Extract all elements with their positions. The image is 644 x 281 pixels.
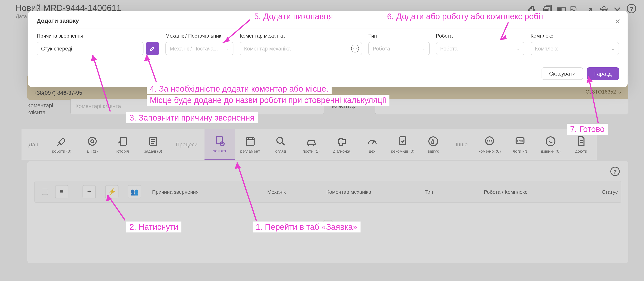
gauge-icon <box>366 135 378 147</box>
add-request-modal: Додати заявку ✕ Причина звернення Стук с… <box>28 11 628 87</box>
col-status: Статус <box>571 189 618 195</box>
svg-point-1 <box>91 140 94 143</box>
checklist-icon <box>147 135 159 147</box>
assign-button[interactable]: 👥 <box>128 185 141 198</box>
table-help-icon[interactable]: ? <box>610 167 620 176</box>
emoji-picker-button[interactable]: ⋯ <box>351 45 359 53</box>
chevron-down-icon: ⌄ <box>516 46 520 51</box>
col-reason: Причина звернення <box>152 189 264 195</box>
tab-feedback[interactable]: відгук <box>418 129 448 160</box>
svg-point-9 <box>429 137 438 146</box>
label-complex: Комплекс <box>530 32 619 39</box>
comment-label: коментар <box>332 99 367 109</box>
modal-title: Додати заявку <box>37 17 619 24</box>
ok-button[interactable]: Гаразд <box>587 67 619 80</box>
modal-form-row: Причина звернення Стук спереді Механік /… <box>37 29 619 61</box>
car-lift-icon <box>305 135 317 147</box>
tab-comments[interactable]: комен-рі (0) <box>475 129 505 160</box>
tab-request[interactable]: заявка <box>204 129 235 160</box>
tab-diagnostics[interactable]: діагно-ка <box>326 129 357 160</box>
client-comments-row: Коментарі клієнта Коментарі клієнта коме… <box>27 99 628 116</box>
client-comments-input[interactable]: Коментарі клієнта <box>70 99 324 114</box>
input-comment[interactable]: Коментар механіка <box>240 42 362 55</box>
request-icon <box>214 135 226 147</box>
chevron-down-icon: ⌄ <box>226 46 229 51</box>
svg-point-7 <box>277 137 282 143</box>
document-check-icon <box>397 135 408 147</box>
table-header-row: ≡ + ⚡ 👥 Причина звернення Механік Комент… <box>34 181 621 203</box>
label-comment: Коментар механіка <box>240 32 362 39</box>
col-type: Тип <box>425 189 480 195</box>
chat-icon <box>484 135 496 147</box>
thumb-up-icon <box>427 135 439 147</box>
customer-phone: +38(097) 846-37-95 <box>34 90 82 96</box>
empty-state-icon <box>34 203 621 246</box>
tab-works[interactable]: роботи (0) <box>46 129 77 160</box>
col-work: Робота / Комплекс <box>484 189 568 195</box>
svg-rect-6 <box>246 138 254 145</box>
order-vin-tail: C38TO16352 <box>586 89 616 95</box>
select-mechanic[interactable]: Механік / Постача... ⌄ <box>166 42 234 55</box>
input-reason[interactable]: Стук спереді <box>37 42 144 55</box>
client-comments-label: Коментарі клієнта <box>27 99 62 116</box>
calendar-icon <box>244 135 256 147</box>
tab-calls[interactable]: дзвінки (0) <box>536 129 566 160</box>
tab-reglament[interactable]: регламент <box>235 129 266 160</box>
flash-button[interactable]: ⚡ <box>105 185 118 198</box>
phone-icon <box>545 135 556 147</box>
tab-logs[interactable]: LOG логи н/з <box>505 129 536 160</box>
tab-history[interactable]: історія <box>108 129 138 160</box>
svg-point-13 <box>546 137 555 146</box>
label-work: Робота <box>436 32 524 39</box>
select-type[interactable]: Робота ⌄ <box>368 42 430 55</box>
label-mechanic: Механік / Постачальник <box>166 32 234 39</box>
add-row-button[interactable]: + <box>82 185 96 198</box>
chevron-down-icon: ⌄ <box>611 46 615 51</box>
svg-point-0 <box>88 137 96 145</box>
toolbar-group-data: Дані <box>22 129 46 160</box>
select-complex[interactable]: Комплекс ⌄ <box>530 42 619 55</box>
help-icon[interactable]: ? <box>627 4 636 13</box>
modal-close-button[interactable]: ✕ <box>615 17 620 26</box>
tab-inspection[interactable]: огляд <box>266 129 296 160</box>
document-icon <box>576 135 587 147</box>
tab-documents[interactable]: док-ти <box>566 129 597 160</box>
wrench-icon <box>56 135 68 147</box>
tab-tasks[interactable]: задачі (0) <box>138 129 168 160</box>
chevron-down-icon: ⌄ <box>422 46 425 51</box>
requests-table-panel: ? ≡ + ⚡ 👥 Причина звернення Механік Коме… <box>27 161 628 263</box>
magnifier-car-icon <box>275 135 286 147</box>
expand-chevron-icon[interactable]: ⌄ <box>618 88 622 95</box>
tab-workshop[interactable]: цех <box>357 129 388 160</box>
brake-disc-icon <box>86 135 98 147</box>
label-type: Тип <box>368 32 430 39</box>
select-all-checkbox[interactable] <box>42 189 48 195</box>
tab-parts[interactable]: з/ч (1) <box>77 129 108 160</box>
tab-recommendations[interactable]: реком-ції (0) <box>388 129 418 160</box>
toolbar-group-processes: Процеси <box>168 129 204 160</box>
svg-rect-8 <box>400 137 406 145</box>
comment-input[interactable] <box>375 99 628 114</box>
col-mechanic: Механік <box>267 189 323 195</box>
toolbar-group-other: Інше <box>448 129 474 160</box>
edit-reason-button[interactable] <box>146 42 159 55</box>
svg-text:LOG: LOG <box>517 140 524 143</box>
select-work[interactable]: Робота ⌄ <box>436 42 524 55</box>
car-clipboard-icon <box>117 135 128 147</box>
log-icon: LOG <box>514 135 526 147</box>
tab-posts[interactable]: пости (1) <box>296 129 326 160</box>
col-comment: Коментар механіка <box>326 189 422 195</box>
section-toolbar: Дані роботи (0) з/ч (1) історія задачі (… <box>22 129 628 160</box>
menu-button[interactable]: ≡ <box>55 185 68 198</box>
svg-rect-4 <box>216 137 222 144</box>
label-reason: Причина звернення <box>37 32 159 39</box>
engine-icon <box>336 135 348 147</box>
cancel-button[interactable]: Скасувати <box>542 67 583 80</box>
